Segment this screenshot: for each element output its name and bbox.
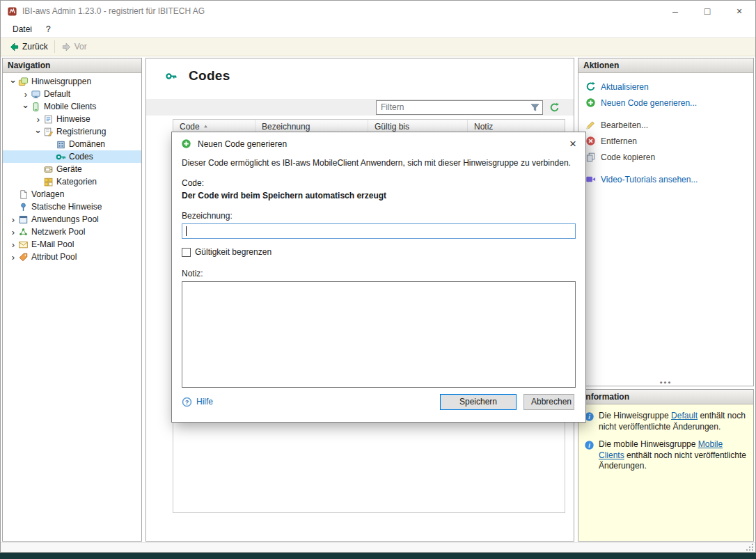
- collapse-icon[interactable]: ›: [34, 127, 43, 136]
- collapse-icon[interactable]: ›: [9, 77, 18, 86]
- code-label: Code:: [182, 178, 576, 188]
- nav-tree: ›Hinweisgruppen›Default›Mobile Clients›H…: [3, 73, 141, 541]
- action-aktualisieren[interactable]: Aktualisieren: [578, 79, 753, 95]
- expand-icon[interactable]: ›: [21, 90, 31, 99]
- info-link-default[interactable]: Default: [671, 411, 698, 420]
- dialog-title: Neuen Code generieren: [198, 139, 287, 149]
- close-button[interactable]: ×: [723, 1, 755, 22]
- tree-item-registrierung[interactable]: ›Registrierung: [3, 125, 141, 138]
- title-bar: IBI-aws Admin 1.23.0 - registriert für I…: [1, 1, 755, 22]
- info-icon: i: [584, 440, 594, 450]
- minimize-button[interactable]: –: [659, 1, 691, 22]
- dialog-title-bar: Neuen Code generieren ×: [172, 132, 585, 155]
- cancel-button[interactable]: Abbrechen: [523, 394, 574, 410]
- help-icon: ?: [182, 397, 192, 407]
- maximize-button[interactable]: □: [691, 1, 723, 22]
- information-list: iDie Hinweisgruppe Default enthält noch …: [578, 404, 753, 541]
- svg-text:?: ?: [185, 398, 189, 405]
- forward-arrow-icon: [61, 42, 72, 52]
- app-window: IBI-aws Admin 1.23.0 - registriert für I…: [0, 0, 756, 553]
- notes-icon: [43, 114, 54, 125]
- tree-item-kategorien[interactable]: Kategorien: [3, 175, 141, 188]
- expand-icon[interactable]: ›: [8, 240, 18, 249]
- actions-header: Aktionen: [578, 58, 753, 73]
- category-icon: [43, 177, 54, 187]
- status-bar: [1, 542, 755, 552]
- tree-item-statische-hinweise[interactable]: Statische Hinweise: [3, 200, 141, 213]
- filter-input[interactable]: [381, 102, 530, 112]
- tree-item-vorlagen[interactable]: Vorlagen: [3, 188, 141, 200]
- actions-panel: Aktionen AktualisierenNeuen Code generie…: [578, 58, 754, 386]
- tree-item-codes[interactable]: Codes: [3, 150, 141, 163]
- refresh-icon: [585, 81, 596, 92]
- info-link-mobile-clients[interactable]: Mobile Clients: [599, 439, 723, 460]
- notiz-textarea[interactable]: [182, 281, 576, 388]
- pin-icon: [18, 202, 29, 212]
- tree-item-hinweisgruppen[interactable]: ›Hinweisgruppen: [3, 75, 141, 88]
- back-arrow-icon: [9, 42, 19, 52]
- menu-bar: Datei ?: [1, 22, 755, 38]
- tree-item-default[interactable]: ›Default: [3, 88, 141, 100]
- menu-datei[interactable]: Datei: [6, 22, 39, 36]
- filter-funnel-icon[interactable]: [530, 102, 540, 113]
- bezeichnung-input[interactable]: [182, 223, 576, 239]
- dialog-close-icon[interactable]: ×: [569, 138, 576, 150]
- action-video-tutorials-ansehen[interactable]: Video-Tutorials ansehen...: [578, 171, 753, 187]
- tree-item-attribut-pool[interactable]: ›Attribut Pool: [3, 251, 141, 263]
- resize-grip[interactable]: [746, 543, 754, 551]
- remove-icon: [585, 136, 596, 146]
- video-icon: [585, 174, 596, 184]
- bezeichnung-label: Bezeichnung:: [182, 211, 576, 221]
- info-item-2: iDie mobile Hinweisgruppe Mobile Clients…: [584, 439, 748, 472]
- toolbar-separator: [54, 40, 55, 53]
- app-logo-icon: [7, 6, 17, 17]
- group-icon: [18, 77, 29, 87]
- refresh-list-icon[interactable]: [549, 102, 560, 113]
- help-link[interactable]: ? Hilfe: [182, 397, 213, 407]
- expand-icon[interactable]: ›: [33, 115, 43, 124]
- net-icon: [18, 227, 29, 237]
- doc-icon: [18, 189, 29, 200]
- tree-item-e-mail-pool[interactable]: ›E-Mail Pool: [3, 238, 141, 251]
- edit-icon: [585, 120, 596, 130]
- device-icon: [43, 164, 54, 175]
- expand-icon[interactable]: ›: [8, 215, 18, 224]
- gueltigkeit-checkbox-row[interactable]: Gültigkeit begrenzen: [182, 247, 576, 257]
- panel-splitter[interactable]: •••: [660, 379, 672, 385]
- info-item-1: iDie Hinweisgruppe Default enthält noch …: [584, 411, 748, 432]
- dialog-footer: ? Hilfe Speichern Abbrechen: [182, 390, 576, 422]
- add-icon: [181, 139, 191, 149]
- svg-text:i: i: [588, 414, 590, 420]
- sort-asc-icon: [203, 123, 209, 129]
- tag-icon: [18, 252, 29, 262]
- tree-item-anwendungs-pool[interactable]: ›Anwendungs Pool: [3, 213, 141, 226]
- window-title: IBI-aws Admin 1.23.0 - registriert für I…: [22, 6, 205, 16]
- notiz-label: Notiz:: [182, 269, 576, 278]
- action-bearbeiten[interactable]: Bearbeiten...: [578, 117, 753, 133]
- collapse-icon[interactable]: ›: [22, 102, 31, 111]
- checkbox-icon[interactable]: [182, 248, 191, 257]
- expand-icon[interactable]: ›: [8, 228, 18, 237]
- tree-item-mobile-clients[interactable]: ›Mobile Clients: [3, 100, 141, 113]
- save-button[interactable]: Speichern: [440, 394, 517, 410]
- code-value: Der Code wird beim Speichern automatisch…: [182, 191, 576, 200]
- tree-item-ger-te[interactable]: Geräte: [3, 163, 141, 175]
- information-panel: Information iDie Hinweisgruppe Default e…: [578, 389, 754, 542]
- action-neuen-code-generieren[interactable]: Neuen Code generieren...: [578, 95, 753, 111]
- tree-item-hinweise[interactable]: ›Hinweise: [3, 113, 141, 125]
- action-code-kopieren[interactable]: Code kopieren: [578, 149, 753, 165]
- mobile-icon: [31, 102, 41, 112]
- information-header: Information: [578, 390, 753, 404]
- tree-item-netzwerk-pool[interactable]: ›Netzwerk Pool: [3, 226, 141, 238]
- action-entfernen[interactable]: Entfernen: [578, 133, 753, 149]
- copy-icon: [585, 152, 596, 162]
- text-caret: [186, 226, 187, 236]
- tree-item-dom-nen[interactable]: Domänen: [3, 138, 141, 150]
- dialog-description: Dieser Code ermöglicht es IBI-aws Mobile…: [182, 158, 576, 168]
- page-title-row: Codes: [146, 58, 574, 84]
- menu-help[interactable]: ?: [39, 22, 58, 36]
- forward-button[interactable]: Vor: [56, 40, 92, 54]
- back-button[interactable]: Zurück: [4, 40, 53, 54]
- expand-icon[interactable]: ›: [8, 253, 18, 262]
- mail-icon: [18, 239, 29, 250]
